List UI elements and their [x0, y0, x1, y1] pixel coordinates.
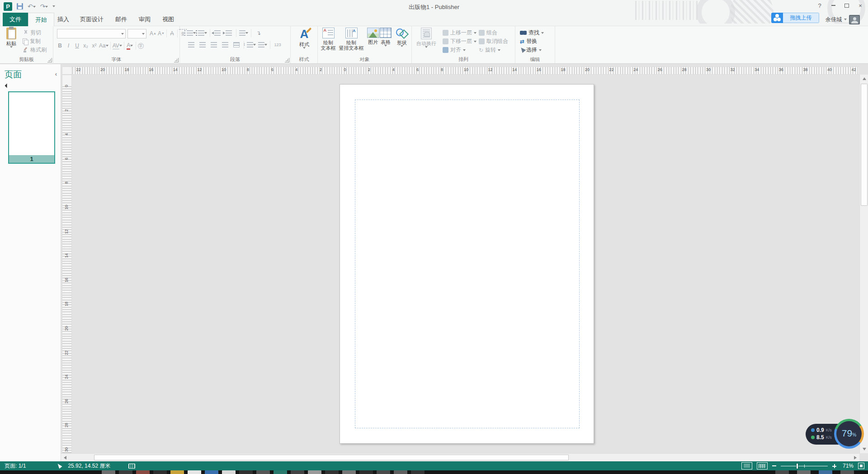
- enclose-characters-button[interactable]: 字: [138, 43, 144, 49]
- minimize-button[interactable]: [826, 0, 840, 11]
- bold-button[interactable]: B: [56, 41, 64, 50]
- taskbar-app-icon[interactable]: [188, 470, 201, 474]
- bring-forward-button[interactable]: 上移一层: [443, 29, 476, 37]
- paragraph-borders-button[interactable]: [258, 40, 268, 49]
- scroll-right-icon[interactable]: [854, 456, 857, 460]
- align-center-button[interactable]: [198, 40, 208, 49]
- ungroup-button[interactable]: 取消组合: [479, 38, 508, 45]
- status-page-indicator[interactable]: 页面: 1/1: [5, 462, 26, 470]
- character-spacing-button[interactable]: AV: [113, 41, 122, 50]
- copy-button[interactable]: 复制: [23, 38, 41, 45]
- clear-formatting-button[interactable]: A: [168, 29, 176, 38]
- taskbar-tray-icon[interactable]: [775, 470, 789, 474]
- two-page-spread-view-button[interactable]: [757, 462, 768, 469]
- page-thumbnail-1[interactable]: 1: [8, 91, 55, 164]
- taskbar-tray-icon[interactable]: [819, 470, 832, 474]
- taskbar-app-icon[interactable]: [308, 470, 321, 474]
- font-name-combo[interactable]: [57, 29, 126, 38]
- customize-qat-icon[interactable]: [52, 5, 55, 7]
- tab-insert[interactable]: 插入: [51, 13, 76, 26]
- format-painter-button[interactable]: 格式刷: [23, 46, 47, 54]
- font-dialog-launcher-icon[interactable]: [174, 58, 179, 62]
- decrease-indent-button[interactable]: [212, 28, 222, 38]
- taskbar-app-icon[interactable]: [359, 470, 373, 474]
- scroll-up-icon[interactable]: [863, 77, 866, 80]
- replace-button[interactable]: ⇄替换: [520, 38, 537, 45]
- taskbar-app-icon[interactable]: [222, 470, 236, 474]
- taskbar-tray-icon[interactable]: [797, 470, 811, 474]
- publisher-app-icon[interactable]: P: [4, 2, 12, 11]
- draw-vertical-textbox-button[interactable]: 绘制竖排文本框: [339, 28, 364, 55]
- tab-mailings[interactable]: 邮件: [108, 13, 134, 26]
- taskbar-tray-icon[interactable]: [840, 470, 854, 474]
- taskbar-app-icon[interactable]: [102, 470, 115, 474]
- line-spacing-button[interactable]: [246, 40, 256, 49]
- user-account[interactable]: 余佳城: [826, 14, 860, 24]
- vertical-scrollbar[interactable]: [859, 75, 868, 453]
- draw-textbox-button[interactable]: 绘制文本框: [319, 28, 338, 55]
- text-wrap-button[interactable]: 自动换行: [415, 28, 438, 55]
- taskbar-app-icon[interactable]: [170, 470, 184, 474]
- group-button[interactable]: 组合: [479, 29, 497, 37]
- text-direction-button[interactable]: ↴: [254, 28, 264, 38]
- save-icon[interactable]: [17, 3, 23, 9]
- alignment-menu-button[interactable]: [239, 28, 249, 38]
- bullets-button[interactable]: [186, 28, 196, 38]
- taskbar-app-icon[interactable]: [325, 470, 339, 474]
- memory-usage-badge[interactable]: 79 %: [834, 419, 864, 449]
- align-objects-button[interactable]: 对齐: [443, 46, 466, 54]
- send-backward-button[interactable]: 下移一层: [443, 38, 476, 45]
- styles-button[interactable]: A 样式: [296, 28, 313, 55]
- increase-indent-button[interactable]: [224, 28, 234, 38]
- status-cursor-coordinates[interactable]: 25.92, 14.52 厘米: [68, 462, 110, 470]
- select-button[interactable]: 选择: [520, 46, 542, 54]
- zoom-slider[interactable]: [781, 466, 828, 466]
- scroll-down-icon[interactable]: [863, 448, 866, 450]
- font-color-button[interactable]: A: [126, 41, 134, 50]
- undo-icon[interactable]: ↶: [28, 3, 36, 9]
- taskbar-app-icon[interactable]: [377, 470, 390, 474]
- scroll-left-icon[interactable]: [64, 456, 66, 460]
- distribute-button[interactable]: [231, 40, 241, 49]
- taskbar-app-icon[interactable]: [205, 470, 218, 474]
- taskbar-app-icon[interactable]: [291, 470, 304, 474]
- numbering-button[interactable]: [198, 28, 208, 38]
- italic-button[interactable]: I: [65, 41, 72, 50]
- close-button[interactable]: ×: [854, 0, 867, 11]
- netdisk-upload-button[interactable]: 拖拽上传: [771, 13, 819, 23]
- subscript-button[interactable]: x₂: [82, 41, 90, 50]
- single-page-view-button[interactable]: [741, 462, 752, 469]
- align-right-button[interactable]: [209, 40, 219, 49]
- pages-panel-collapse-icon[interactable]: ‹: [55, 71, 57, 77]
- zoom-percentage[interactable]: 71%: [841, 463, 854, 469]
- tab-file[interactable]: 文件: [3, 13, 28, 26]
- clipboard-dialog-launcher-icon[interactable]: [47, 58, 52, 62]
- font-size-combo[interactable]: [127, 29, 146, 38]
- taskbar-app-icon[interactable]: [342, 470, 356, 474]
- table-button[interactable]: 表格: [377, 28, 394, 55]
- status-object-size-icon[interactable]: [128, 464, 135, 469]
- tab-view[interactable]: 视图: [156, 13, 181, 26]
- superscript-button[interactable]: x²: [90, 41, 98, 50]
- fit-page-icon[interactable]: [858, 463, 864, 469]
- taskbar-app-icon[interactable]: [256, 470, 270, 474]
- paragraph-dialog-launcher-icon[interactable]: [285, 58, 289, 62]
- taskbar-app-icon[interactable]: [394, 470, 407, 474]
- tab-page-design[interactable]: 页面设计: [73, 13, 110, 26]
- underline-button[interactable]: U: [73, 41, 81, 50]
- maximize-button[interactable]: [840, 0, 854, 11]
- find-button[interactable]: 查找: [520, 29, 544, 37]
- redo-icon[interactable]: ↷: [40, 3, 48, 9]
- zoom-out-icon[interactable]: [772, 465, 776, 466]
- rotate-button[interactable]: ↻旋转: [479, 46, 500, 54]
- taskbar-app-icon[interactable]: [274, 470, 287, 474]
- help-button[interactable]: ?: [813, 0, 826, 11]
- taskbar-app-icon[interactable]: [153, 470, 167, 474]
- tab-review[interactable]: 审阅: [132, 13, 157, 26]
- shapes-button[interactable]: 形状: [394, 28, 410, 55]
- taskbar-app-icon[interactable]: [239, 470, 253, 474]
- vertical-scrollbar-thumb[interactable]: [861, 84, 868, 206]
- grow-font-button[interactable]: A▲: [149, 29, 157, 38]
- justify-button[interactable]: [220, 40, 230, 49]
- cut-button[interactable]: 剪切: [23, 29, 41, 37]
